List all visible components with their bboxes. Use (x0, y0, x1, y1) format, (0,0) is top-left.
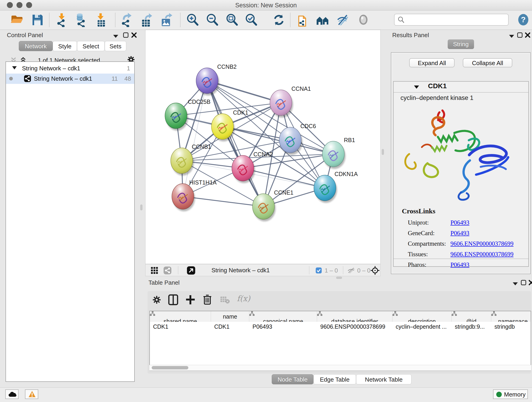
tab-node-table[interactable]: Node Table (272, 374, 313, 384)
results-panel-title: Results Panel (392, 32, 429, 39)
node-table[interactable]: shared namenamecanonical namedatabase id… (149, 311, 531, 371)
column-header-name[interactable]: name (211, 311, 249, 322)
zoom-selected-icon[interactable] (244, 13, 259, 27)
column-header-namespace[interactable]: namespace (491, 311, 531, 322)
close-panel-icon[interactable] (528, 280, 532, 286)
save-session-icon[interactable] (30, 13, 44, 27)
import-network-file-icon[interactable] (56, 13, 70, 27)
float-menu-icon[interactable] (509, 34, 515, 38)
window-titlebar: Session: New Session (0, 0, 532, 11)
node-CDC6[interactable]: CDC6 (279, 123, 316, 155)
node-CCNE1[interactable]: CCNE1 (253, 189, 293, 221)
left-splitter-handle[interactable] (140, 204, 143, 211)
float-window-icon[interactable] (123, 32, 129, 38)
table-cell: CDK1 (211, 322, 249, 332)
add-column-icon[interactable] (186, 295, 195, 305)
table-row[interactable]: CDK1CDK1P064939606.ENSP00000378699cyclin… (150, 322, 531, 332)
show-selected-icon[interactable] (356, 13, 371, 27)
string-results-box: Expand All Collapse All CDK1 cyclin–depe… (391, 52, 531, 274)
hidden-count-badge: 0 – 0 (357, 267, 370, 274)
column-header-description[interactable]: description (393, 311, 452, 322)
node-label-CCNA2: CCNA2 (253, 151, 273, 157)
network-row[interactable]: String Network – cdk1 11 48 (6, 74, 134, 84)
section-collapse-icon[interactable] (414, 85, 419, 89)
collapse-all-button[interactable]: Collapse All (463, 58, 512, 67)
delete-column-icon[interactable] (203, 294, 212, 305)
column-header-canonical-name[interactable]: canonical name (249, 311, 317, 322)
column-header-database-identifier[interactable]: database identifier (317, 311, 393, 322)
column-header-shared-name[interactable]: shared name (150, 311, 211, 322)
export-network-icon[interactable] (120, 13, 134, 27)
refresh-icon[interactable] (272, 13, 286, 27)
detach-view-icon[interactable] (187, 266, 196, 275)
table-options-gear-icon[interactable] (152, 295, 161, 304)
section-description: cyclin–dependent kinase 1 (400, 95, 473, 102)
float-menu-icon[interactable] (113, 34, 119, 38)
warning-status-button[interactable] (25, 389, 38, 399)
horizontal-scrollbar[interactable] (149, 365, 531, 370)
memory-button[interactable]: Memory (493, 389, 528, 399)
network-view-title: String Network – cdk1 (211, 267, 270, 274)
scrollbar-thumb[interactable] (152, 366, 188, 370)
tab-style[interactable]: Style (53, 41, 77, 51)
function-builder-icon: f(x) (237, 294, 250, 303)
column-header--id[interactable]: @id (452, 311, 491, 322)
tab-sets[interactable]: Sets (105, 41, 126, 51)
network-canvas[interactable]: CCNB2 CCNA1 CDC25B (145, 30, 380, 264)
node-CCNA1[interactable]: CCNA1 (270, 85, 311, 118)
hide-selected-icon[interactable] (336, 13, 350, 27)
crosslink-value[interactable]: 9606.ENSP00000378699 (450, 251, 513, 258)
network-share-icon[interactable] (163, 266, 172, 274)
export-image-icon[interactable] (159, 13, 173, 27)
divider (394, 92, 528, 93)
open-session-icon[interactable] (10, 13, 24, 27)
tab-select[interactable]: Select (77, 41, 105, 51)
node-CDK1[interactable]: CDK1 (211, 109, 248, 141)
expand-all-button[interactable]: Expand All (409, 58, 455, 67)
show-columns-icon[interactable] (168, 294, 178, 305)
crosslink-value[interactable]: P06493 (450, 261, 469, 268)
tree-expand-icon[interactable] (12, 66, 17, 70)
node-HIST1H1A[interactable]: HIST1H1A (172, 179, 217, 211)
tab-edge-table[interactable]: Edge Table (313, 374, 356, 384)
cloud-status-button[interactable] (5, 389, 19, 399)
close-panel-icon[interactable] (131, 32, 137, 38)
network-node-count: 11 (112, 75, 118, 82)
crosslink-value[interactable]: P06493 (450, 230, 469, 237)
zoom-fit-icon[interactable] (225, 13, 239, 27)
float-window-icon[interactable] (517, 32, 523, 38)
open-in-web-icon[interactable] (297, 13, 311, 27)
toolbar-separator (115, 13, 115, 27)
tab-network[interactable]: Network (19, 41, 53, 51)
right-splitter-handle[interactable] (382, 149, 384, 155)
node-RB1[interactable]: RB1 (322, 137, 355, 169)
node-CDKN1A[interactable]: CDKN1A (314, 171, 358, 203)
search-box[interactable] (394, 14, 509, 26)
node-CDC25B[interactable]: CDC25B (165, 99, 210, 131)
zoom-out-icon[interactable] (205, 13, 220, 27)
help-icon[interactable]: ? (517, 14, 532, 28)
float-menu-icon[interactable] (512, 282, 518, 286)
export-table-icon[interactable] (139, 13, 153, 27)
node-label-CDK1: CDK1 (233, 109, 248, 116)
crosslink-value[interactable]: 9606.ENSP00000378699 (450, 240, 513, 247)
node-CCNB2[interactable]: CCNB2 (196, 64, 237, 96)
close-panel-icon[interactable] (525, 32, 531, 38)
node-label-RB1: RB1 (344, 137, 355, 143)
hidden-eye-icon (347, 267, 355, 274)
birdseye-crosshair-icon[interactable] (370, 266, 380, 275)
import-table-file-icon[interactable] (94, 13, 108, 27)
import-network-database-icon[interactable] (74, 13, 88, 27)
network-collection-row[interactable]: String Network – cdk1 1 (6, 63, 134, 74)
search-icon (397, 16, 405, 24)
bottom-splitter-handle[interactable] (336, 277, 342, 279)
crosslink-value[interactable]: P06493 (450, 219, 469, 226)
tab-string[interactable]: String (448, 39, 474, 49)
search-input[interactable] (406, 15, 506, 24)
grid-view-icon[interactable] (151, 267, 158, 274)
show-all-networks-icon[interactable] (316, 13, 330, 27)
tab-network-table[interactable]: Network Table (356, 374, 412, 384)
float-window-icon[interactable] (520, 280, 526, 286)
zoom-in-icon[interactable] (186, 13, 200, 27)
selected-checkbox-icon[interactable] (316, 267, 322, 274)
